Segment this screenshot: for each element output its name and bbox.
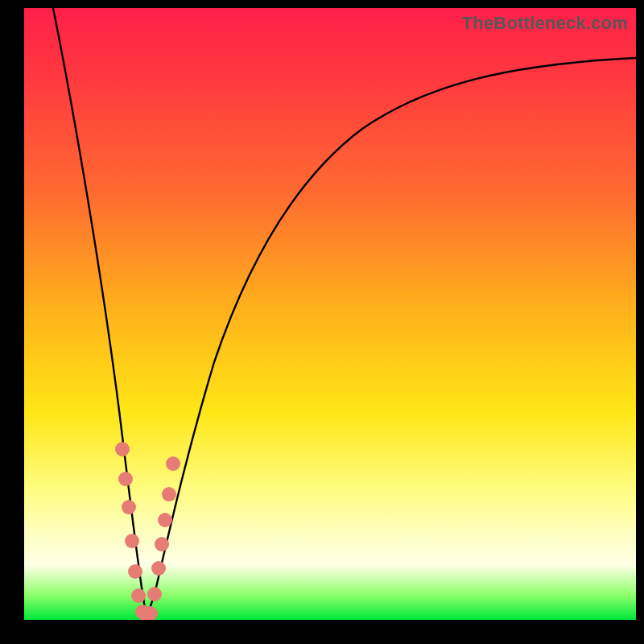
svg-point-1: [118, 472, 133, 486]
svg-point-0: [115, 442, 130, 456]
svg-point-4: [128, 564, 142, 579]
svg-point-3: [125, 534, 139, 548]
svg-point-14: [166, 456, 180, 471]
plot-area: TheBottleneck.com: [24, 8, 636, 620]
svg-point-11: [155, 537, 169, 551]
svg-point-10: [151, 561, 166, 576]
svg-point-12: [158, 513, 172, 527]
svg-point-13: [162, 487, 176, 502]
svg-point-9: [147, 587, 162, 601]
curve-right-branch: [147, 58, 636, 618]
marker-dots: [115, 442, 180, 620]
bottleneck-curve-svg: [24, 8, 636, 620]
curve-left-branch: [53, 8, 147, 618]
svg-point-2: [122, 500, 136, 514]
chart-frame: TheBottleneck.com: [0, 0, 644, 644]
svg-point-5: [131, 588, 146, 603]
